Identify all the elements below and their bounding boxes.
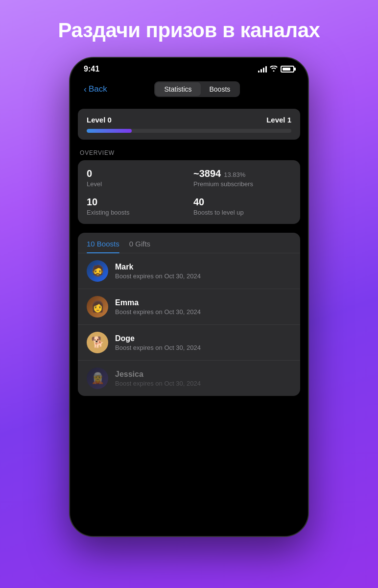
boost-name: Emma xyxy=(115,298,291,307)
boosts-tabs: 10 Boosts 0 Gifts xyxy=(78,233,300,253)
boost-expiry: Boost expires on Oct 30, 2024 xyxy=(115,344,291,351)
boost-info: Jessica Boost expires on Oct 30, 2024 xyxy=(115,370,291,387)
overview-existing-label: Existing boosts xyxy=(87,209,185,216)
overview-premium-value: ~3894 xyxy=(193,168,221,179)
nav-bar: ‹ Back Statistics Boosts xyxy=(70,77,308,103)
list-item[interactable]: 🧔 Mark Boost expires on Oct 30, 2024 xyxy=(78,253,300,289)
boost-info: Doge Boost expires on Oct 30, 2024 xyxy=(115,334,291,351)
list-item[interactable]: 🐕 Doge Boost expires on Oct 30, 2024 xyxy=(78,325,300,361)
content-area: Level 0 Level 1 OVERVIEW 0 xyxy=(70,103,308,536)
overview-levelup-label: Boosts to level up xyxy=(193,209,291,216)
boost-expiry: Boost expires on Oct 30, 2024 xyxy=(115,380,291,387)
boost-expiry: Boost expires on Oct 30, 2024 xyxy=(115,272,291,280)
boost-name: Jessica xyxy=(115,370,291,379)
avatar: 🧝 xyxy=(87,368,108,389)
boost-info: Mark Boost expires on Oct 30, 2024 xyxy=(115,263,291,280)
status-icons xyxy=(258,66,294,73)
tab-0-gifts[interactable]: 0 Gifts xyxy=(129,240,150,253)
signal-icon xyxy=(258,66,267,73)
dynamic-island xyxy=(160,64,218,78)
level-progress-bar xyxy=(87,129,291,133)
tab-10-boosts[interactable]: 10 Boosts xyxy=(87,240,119,253)
level-labels: Level 0 Level 1 xyxy=(87,116,291,124)
boost-name: Doge xyxy=(115,334,291,343)
back-label: Back xyxy=(89,84,107,94)
tab-boosts[interactable]: Boosts xyxy=(201,82,239,96)
level-section: Level 0 Level 1 xyxy=(78,109,300,140)
boost-name: Mark xyxy=(115,263,291,271)
boost-info: Emma Boost expires on Oct 30, 2024 xyxy=(115,298,291,316)
tab-group: Statistics Boosts xyxy=(154,81,240,97)
status-time: 9:41 xyxy=(84,65,99,74)
level-progress-fill xyxy=(87,129,132,133)
battery-icon xyxy=(281,66,294,73)
level-right: Level 1 xyxy=(266,116,291,124)
overview-label: OVERVIEW xyxy=(78,149,300,156)
back-button[interactable]: ‹ Back xyxy=(80,82,111,97)
overview-level: 0 Level xyxy=(87,168,185,188)
overview-level-value: 0 xyxy=(87,168,92,179)
wifi-icon xyxy=(270,66,278,73)
overview-section: OVERVIEW 0 Level ~3894 13.83% xyxy=(78,149,300,224)
list-item[interactable]: 👩 Emma Boost expires on Oct 30, 2024 xyxy=(78,289,300,325)
overview-existing-boosts: 10 Existing boosts xyxy=(87,196,185,216)
overview-levelup-value: 40 xyxy=(193,196,204,208)
boosts-card: 10 Boosts 0 Gifts 🧔 Mark Boost expires o… xyxy=(78,233,300,396)
tab-statistics[interactable]: Statistics xyxy=(155,82,200,96)
boost-list: 🧔 Mark Boost expires on Oct 30, 2024 👩 xyxy=(78,253,300,396)
overview-card: 0 Level ~3894 13.83% Premium subscribers xyxy=(78,160,300,224)
phone-mockup: 9:41 xyxy=(69,57,309,537)
overview-premium-percent: 13.83% xyxy=(224,171,245,178)
level-left: Level 0 xyxy=(87,116,112,124)
back-chevron-icon: ‹ xyxy=(84,84,87,95)
overview-existing-value: 10 xyxy=(87,196,97,208)
overview-premium-label: Premium subscribers xyxy=(193,180,291,188)
avatar: 🧔 xyxy=(87,260,108,282)
overview-level-label: Level xyxy=(87,180,185,188)
list-item[interactable]: 🧝 Jessica Boost expires on Oct 30, 2024 xyxy=(78,361,300,396)
avatar: 🐕 xyxy=(87,332,108,353)
overview-premium: ~3894 13.83% Premium subscribers xyxy=(193,168,291,188)
overview-levelup-boosts: 40 Boosts to level up xyxy=(193,196,291,216)
page-title: Раздачи призов в каналах xyxy=(44,0,335,57)
avatar: 👩 xyxy=(87,296,108,318)
boost-expiry: Boost expires on Oct 30, 2024 xyxy=(115,308,291,316)
